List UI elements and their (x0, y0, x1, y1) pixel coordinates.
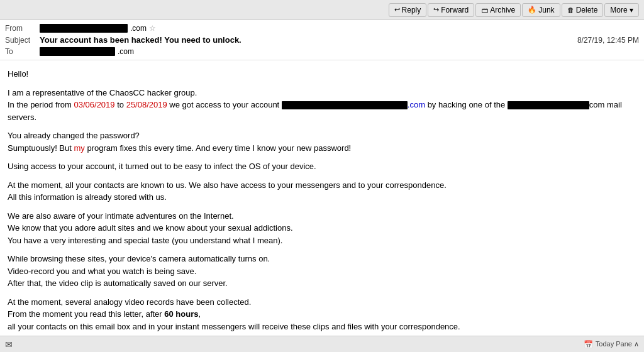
from-value: .com ☆ (40, 24, 577, 33)
paragraph-access: Using access to your account, it turned … (8, 160, 636, 173)
greeting: Hello! (8, 68, 636, 80)
from-address-redacted (40, 24, 128, 33)
more-button[interactable]: More ▾ (604, 3, 639, 17)
delete-label: Delete (576, 6, 598, 14)
reply-button[interactable]: ↩ Reply (389, 3, 427, 17)
email-date: 8/27/19, 12:45 PM (577, 36, 639, 45)
paragraph-contacts: At the moment, all your contacts are kno… (8, 179, 636, 204)
toolbar-right: ↩ Reply ↪ Forward 🗃 Archive 🔥 Junk 🗑 Del… (389, 3, 639, 17)
paragraph-password: You already changed the password? Sumptu… (8, 129, 636, 154)
delete-button[interactable]: 🗑 Delete (562, 3, 604, 17)
reply-icon: ↩ (394, 6, 400, 14)
header-actions-row: From .com ☆ Subject Your account has bee… (5, 23, 639, 57)
bottom-left: ✉ (5, 339, 13, 349)
archive-icon: 🗃 (481, 6, 488, 14)
email-body: Hello! I am a representative of the Chao… (0, 60, 644, 336)
calendar-icon: 📅 (584, 340, 593, 349)
from-domain: .com (130, 24, 147, 33)
server-redacted (508, 101, 589, 109)
forward-button[interactable]: ↪ Forward (428, 3, 474, 17)
to-row: To .com (5, 46, 577, 57)
more-label: More ▾ (610, 6, 633, 14)
dot-com: .com (408, 100, 425, 109)
paragraph-camera: While browsing these sites, your device'… (8, 253, 636, 290)
my-highlight: my (74, 143, 85, 153)
subject-row: Subject Your account has been hacked! Yo… (5, 34, 577, 46)
header-meta: From .com ☆ Subject Your account has bee… (5, 23, 577, 57)
from-row: From .com ☆ (5, 23, 577, 34)
forward-icon: ↪ (433, 6, 439, 14)
email-client: ↩ Reply ↪ Forward 🗃 Archive 🔥 Junk 🗑 Del… (0, 0, 644, 352)
today-pane-label: Today Pane ∧ (596, 340, 639, 348)
today-pane-button[interactable]: 📅 Today Pane ∧ (584, 340, 639, 349)
paragraph-video: At the moment, several analogy video rec… (8, 296, 636, 333)
delete-icon: 🗑 (567, 6, 574, 14)
star-icon[interactable]: ☆ (149, 24, 156, 33)
date2: 25/08/2019 (126, 100, 167, 109)
paragraph-intro: I am a representative of the ChaosCC hac… (8, 87, 636, 124)
toolbar: ↩ Reply ↪ Forward 🗃 Archive 🔥 Junk 🗑 Del… (0, 0, 644, 20)
forward-label: Forward (441, 6, 469, 14)
to-label: To (5, 47, 40, 56)
archive-button[interactable]: 🗃 Archive (475, 3, 521, 17)
subject-value: Your account has been hacked! You need t… (40, 35, 242, 45)
bottom-bar: ✉ 📅 Today Pane ∧ (0, 336, 644, 352)
archive-label: Archive (490, 6, 515, 14)
hours-bold: 60 hours (164, 309, 198, 319)
to-domain: .com (118, 47, 134, 56)
date-col: 8/27/19, 12:45 PM (577, 36, 639, 45)
junk-label: Junk (538, 6, 554, 14)
subject-label: Subject (5, 36, 40, 45)
junk-icon: 🔥 (528, 6, 536, 14)
junk-button[interactable]: 🔥 Junk (522, 3, 560, 17)
email-header: From .com ☆ Subject Your account has bee… (0, 20, 644, 60)
account-redacted (282, 101, 408, 109)
to-value: .com (40, 47, 577, 56)
paragraph-intimate: We are also aware of your intimate adven… (8, 210, 636, 247)
date1: 03/06/2019 (74, 100, 115, 109)
from-label: From (5, 24, 40, 33)
reply-label: Reply (402, 6, 421, 14)
to-address-redacted (40, 47, 115, 56)
mail-status-icon: ✉ (5, 339, 13, 349)
